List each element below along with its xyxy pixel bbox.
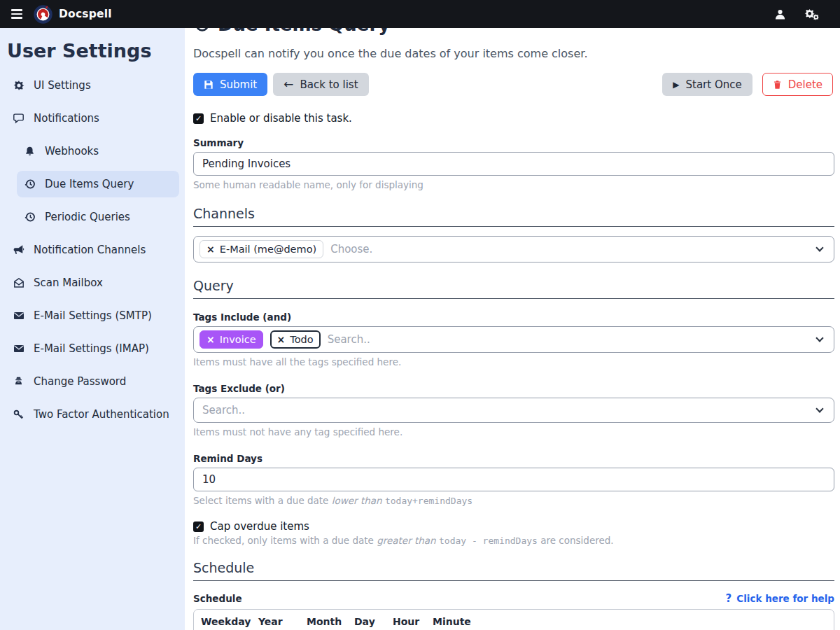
col-minute: Minute — [433, 616, 471, 627]
sidebar-item-two-factor-auth[interactable]: Two Factor Authentication — [6, 401, 179, 428]
sidebar-item-ui-settings[interactable]: UI Settings — [6, 72, 179, 99]
col-day: Day — [354, 616, 375, 627]
schedule-section-heading: Schedule — [193, 560, 834, 581]
tags-exclude-label: Tags Exclude (or) — [193, 383, 834, 394]
summary-input[interactable] — [193, 152, 834, 176]
start-once-button[interactable]: ▶ Start Once — [662, 73, 752, 96]
action-bar: Submit ← Back to list ▶ Start Once Delet… — [193, 73, 834, 96]
sidebar-item-label: Periodic Queries — [45, 211, 130, 223]
comment-icon — [13, 113, 24, 125]
channels-section-heading: Channels — [193, 206, 834, 227]
chevron-down-icon[interactable] — [816, 244, 823, 251]
col-year: Year — [258, 616, 283, 627]
channels-placeholder: Choose. — [330, 243, 372, 255]
trash-icon — [773, 80, 782, 90]
user-secret-icon — [13, 376, 24, 388]
top-navbar: Docspell — [0, 0, 840, 28]
tags-exclude-placeholder: Search.. — [202, 404, 245, 416]
sidebar-item-email-settings-smtp[interactable]: E-Mail Settings (SMTP) — [6, 302, 179, 329]
hamburger-menu-icon[interactable] — [10, 6, 24, 21]
cap-overdue-label: Cap overdue items — [210, 520, 309, 533]
key-icon — [13, 409, 24, 421]
arrow-left-icon: ← — [284, 78, 293, 90]
sidebar-title: User Settings — [7, 40, 179, 62]
main-content: Due Items Query Docspell can notify you … — [185, 0, 840, 630]
sidebar-item-label: Change Password — [34, 375, 126, 388]
sidebar-item-webhooks[interactable]: Webhooks — [17, 138, 179, 164]
delete-button[interactable]: Delete — [762, 73, 833, 96]
chevron-down-icon[interactable] — [816, 405, 823, 412]
sidebar-item-label: UI Settings — [34, 79, 91, 92]
sidebar-item-label: Scan Mailbox — [34, 276, 103, 289]
user-account-icon[interactable] — [774, 8, 786, 20]
col-weekday: Weekday — [201, 616, 251, 627]
sidebar-item-notifications[interactable]: Notifications — [6, 105, 179, 132]
tags-include-label: Tags Include (and) — [193, 312, 834, 323]
sidebar-item-periodic-queries[interactable]: Periodic Queries — [17, 204, 179, 230]
tag-chip-todo[interactable]: × Todo — [270, 330, 321, 349]
remind-days-input[interactable] — [193, 468, 834, 491]
summary-label: Summary — [193, 137, 834, 148]
chevron-down-icon[interactable] — [816, 334, 823, 342]
envelope-icon — [13, 343, 24, 355]
tag-chip-invoice[interactable]: × Invoice — [200, 330, 263, 349]
enable-task-checkbox[interactable] — [193, 113, 204, 124]
sidebar-item-scan-mailbox[interactable]: Scan Mailbox — [6, 270, 179, 296]
bell-icon — [24, 146, 36, 158]
page-description: Docspell can notify you once the due dat… — [193, 47, 834, 60]
save-icon — [204, 80, 214, 90]
schedule-help-link[interactable]: ? Click here for help — [726, 592, 834, 605]
schedule-label: Schedule — [193, 593, 242, 604]
schedule-label-row: Schedule ? Click here for help — [193, 592, 834, 605]
history-icon — [24, 211, 36, 223]
settings-sidebar: User Settings UI Settings Notifications … — [0, 28, 185, 630]
enable-task-label: Enable or disable this task. — [210, 112, 352, 125]
tags-include-help: Items must have all the tags specified h… — [193, 356, 834, 368]
col-hour: Hour — [393, 616, 419, 627]
envelope-open-icon — [13, 277, 24, 289]
app-title: Docspell — [59, 8, 112, 20]
sidebar-item-label: Notification Channels — [34, 244, 146, 256]
sidebar-item-label: Due Items Query — [45, 178, 134, 190]
sidebar-item-label: Two Factor Authentication — [34, 408, 169, 421]
remove-chip-icon[interactable]: × — [206, 244, 215, 254]
question-mark-icon: ? — [726, 592, 732, 605]
cap-overdue-checkbox[interactable] — [193, 522, 204, 532]
docspell-logo-icon — [34, 5, 52, 24]
enable-task-row: Enable or disable this task. — [193, 112, 834, 125]
tags-include-select[interactable]: × Invoice × Todo Search.. — [193, 326, 834, 353]
query-section-heading: Query — [193, 278, 834, 299]
remove-chip-icon[interactable]: × — [206, 335, 215, 344]
sidebar-item-label: Webhooks — [45, 145, 99, 158]
remove-chip-icon[interactable]: × — [277, 335, 286, 344]
tags-include-placeholder: Search.. — [328, 333, 370, 346]
sidebar-item-change-password[interactable]: Change Password — [6, 368, 179, 395]
tags-exclude-select[interactable]: Search.. — [193, 398, 834, 423]
cap-overdue-help: If checked, only items with a due date g… — [193, 535, 834, 546]
cap-overdue-row: Cap overdue items — [193, 520, 834, 533]
channel-chip[interactable]: × E-Mail (me@demo) — [200, 240, 323, 258]
sidebar-item-due-items-query[interactable]: Due Items Query — [17, 171, 179, 197]
channels-select[interactable]: × E-Mail (me@demo) Choose. — [193, 236, 834, 262]
sidebar-item-label: Notifications — [34, 112, 99, 125]
sidebar-item-email-settings-imap[interactable]: E-Mail Settings (IMAP) — [6, 335, 179, 362]
bullhorn-icon — [13, 244, 24, 256]
remind-days-label: Remind Days — [193, 453, 834, 464]
gear-icon — [13, 80, 24, 92]
app-brand[interactable]: Docspell — [34, 5, 112, 24]
remind-days-help: Select items with a due date lower than … — [193, 495, 834, 506]
sidebar-item-notification-channels[interactable]: Notification Channels — [6, 237, 179, 263]
sidebar-item-label: E-Mail Settings (SMTP) — [34, 309, 152, 322]
settings-cogs-icon[interactable] — [804, 8, 819, 21]
history-icon — [24, 178, 36, 190]
submit-button[interactable]: Submit — [193, 73, 267, 96]
play-icon: ▶ — [673, 80, 679, 89]
sidebar-item-label: E-Mail Settings (IMAP) — [34, 342, 149, 355]
back-to-list-button[interactable]: ← Back to list — [273, 73, 368, 96]
schedule-table: Weekday Year Month Day Hour Minute * - *… — [193, 609, 834, 630]
envelope-icon — [13, 310, 24, 322]
col-month: Month — [307, 616, 342, 627]
summary-help: Some human readable name, only for displ… — [193, 179, 834, 190]
tags-exclude-help: Items must not have any tag specified he… — [193, 426, 834, 438]
